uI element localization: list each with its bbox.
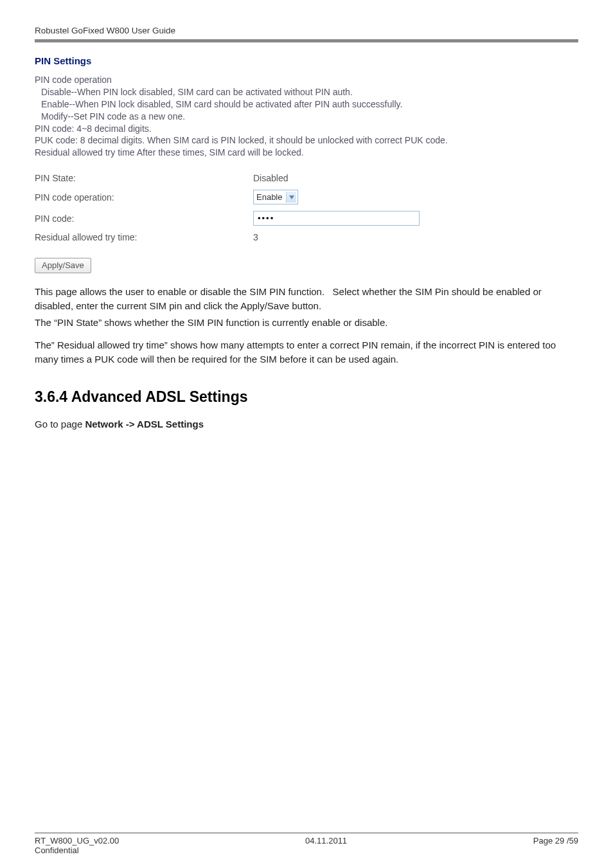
residual-label: Residual allowed try time: (35, 232, 253, 242)
help-line: PIN code: 4~8 decimal digits. (35, 123, 578, 135)
section-heading-adsl: 3.6.4 Advanced ADSL Settings (35, 388, 578, 406)
apply-save-button[interactable]: Apply/Save (35, 258, 91, 273)
help-line: Disable--When PIN lock disabled, SIM car… (35, 86, 578, 98)
pin-settings-panel: PIN Settings PIN code operation Disable-… (35, 55, 578, 273)
body-paragraph: The “PIN State” shows whether the SIM PI… (35, 316, 578, 330)
goto-target: Network -> ADSL Settings (85, 419, 204, 429)
pin-code-op-select[interactable]: Enable (253, 190, 298, 204)
body-text-block: This page allows the user to enable or d… (35, 285, 578, 366)
page: Robustel GoFixed W800 User Guide PIN Set… (0, 0, 613, 868)
residual-value: 3 (253, 232, 258, 242)
footer-left-top: RT_W800_UG_v02.00 (35, 836, 119, 845)
pin-code-op-value: Enable (256, 192, 286, 202)
document-header-title: Robustel GoFixed W800 User Guide (35, 26, 578, 35)
pin-code-input[interactable] (253, 211, 420, 226)
header-rule (35, 39, 578, 42)
pin-state-label: PIN State: (35, 173, 253, 183)
footer-center: 04.11.2011 (305, 836, 347, 845)
footer-top-row: RT_W800_UG_v02.00 04.11.2011 Page 29 /59 (35, 833, 578, 845)
residual-try-row: Residual allowed try time: 3 (35, 232, 578, 242)
pin-code-operation-row: PIN code operation: Enable (35, 190, 578, 204)
help-line: Residual allowed try time After these ti… (35, 147, 578, 159)
goto-line: Go to page Network -> ADSL Settings (35, 417, 578, 431)
footer-left-bottom: Confidential (35, 845, 578, 855)
spacer (35, 249, 578, 258)
pin-help-text: PIN code operation Disable--When PIN loc… (35, 74, 578, 159)
help-line: Enable--When PIN lock disabled, SIM card… (35, 98, 578, 111)
pin-state-value: Disabled (253, 173, 288, 183)
pin-state-row: PIN State: Disabled (35, 173, 578, 183)
page-footer: RT_W800_UG_v02.00 04.11.2011 Page 29 /59… (35, 807, 578, 855)
body-paragraph: The” Residual allowed try time” shows ho… (35, 338, 578, 366)
pin-code-op-label: PIN code operation: (35, 192, 253, 203)
pin-settings-heading: PIN Settings (35, 55, 578, 66)
goto-prefix: Go to page (35, 419, 85, 429)
pin-code-row: PIN code: (35, 211, 578, 226)
body-paragraph: This page allows the user to enable or d… (35, 285, 578, 313)
content-area: Robustel GoFixed W800 User Guide PIN Set… (35, 26, 578, 807)
help-line: PUK code: 8 decimal digits. When SIM car… (35, 134, 578, 147)
help-line: Modify--Set PIN code as a new one. (35, 111, 578, 123)
pin-code-label: PIN code: (35, 213, 253, 224)
spacer (35, 273, 578, 285)
chevron-down-icon (286, 192, 296, 203)
footer-right: Page 29 /59 (533, 836, 578, 845)
help-line: PIN code operation (35, 74, 578, 86)
